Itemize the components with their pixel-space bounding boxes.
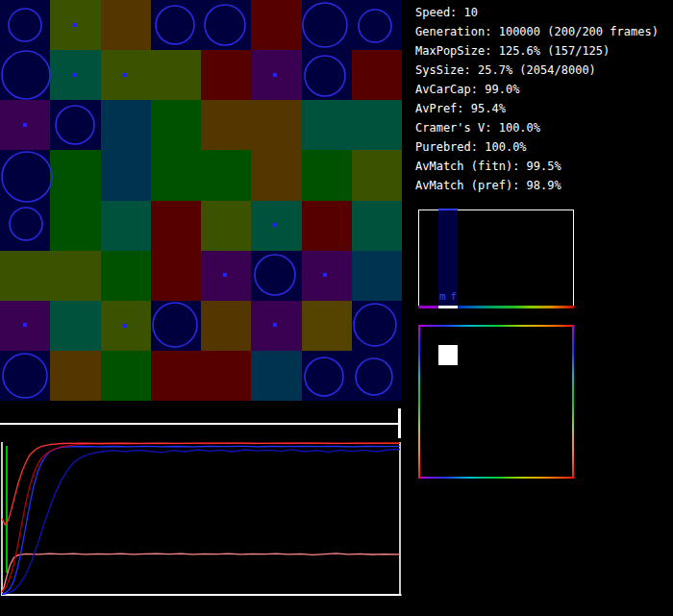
grid-cell[interactable] xyxy=(50,351,102,401)
grid-cell[interactable] xyxy=(302,0,353,51)
grid-cell[interactable] xyxy=(251,150,303,202)
organism-dot[interactable] xyxy=(223,273,227,277)
male-label: m xyxy=(439,291,446,302)
grid-cell[interactable] xyxy=(352,201,402,252)
organism-dot[interactable] xyxy=(323,273,327,277)
grid-cell[interactable] xyxy=(302,201,353,252)
grid-cell[interactable] xyxy=(101,351,152,401)
grid-cell[interactable] xyxy=(151,351,202,401)
series-av-pref-bright xyxy=(2,446,400,594)
grid-cell[interactable] xyxy=(352,100,402,151)
organism-dot[interactable] xyxy=(273,323,277,327)
grid-cell[interactable] xyxy=(151,301,202,352)
stat-line: Cramer's V: 100.0% xyxy=(415,118,659,137)
grid-cell[interactable] xyxy=(201,0,252,51)
grid-cell[interactable] xyxy=(151,100,202,151)
grid-cell[interactable] xyxy=(251,100,303,151)
grid-cell[interactable] xyxy=(101,0,152,51)
grid-cell[interactable] xyxy=(50,201,102,252)
simulation-window: Speed: 10Generation: 100000 (200/200 fra… xyxy=(0,0,673,616)
grid-cell[interactable] xyxy=(151,201,202,252)
organism-dot[interactable] xyxy=(123,324,127,328)
grid-cell[interactable] xyxy=(101,201,152,252)
grid-cell[interactable] xyxy=(0,251,51,302)
grid-cell[interactable] xyxy=(251,351,303,401)
grid-cell[interactable] xyxy=(201,201,252,252)
female-label: f xyxy=(450,291,457,302)
grid-cell[interactable] xyxy=(201,50,252,101)
grid-cell[interactable] xyxy=(0,351,51,401)
series-av-match-dark xyxy=(2,443,400,592)
organism-dot[interactable] xyxy=(123,73,127,77)
grid-cell[interactable] xyxy=(201,301,252,352)
stat-line: AvCarCap: 99.0% xyxy=(415,80,659,99)
hue-axis-strip xyxy=(418,306,574,308)
grid-cell[interactable] xyxy=(50,301,102,352)
frame-slider-track[interactable] xyxy=(0,423,400,425)
grid-cell[interactable] xyxy=(151,251,202,302)
grid-cell[interactable] xyxy=(352,301,402,352)
grid-cell[interactable] xyxy=(101,150,152,202)
grid-cell[interactable] xyxy=(251,0,303,51)
sex-histogram-box: m f xyxy=(418,209,574,306)
grid-cell[interactable] xyxy=(201,150,252,202)
organism-dot[interactable] xyxy=(23,123,27,127)
organism-dot[interactable] xyxy=(23,323,27,327)
trait-border-left xyxy=(418,325,420,479)
stat-line: MaxPopSize: 125.6% (157/125) xyxy=(415,41,659,61)
world-grid[interactable] xyxy=(0,0,402,401)
trait-space-box xyxy=(418,325,574,479)
organism-dot[interactable] xyxy=(73,73,77,77)
stat-line: Purebred: 100.0% xyxy=(415,137,659,157)
histogram-category-labels: m f xyxy=(439,291,457,302)
stat-line: AvMatch (pref): 98.9% xyxy=(415,176,659,195)
grid-cell[interactable] xyxy=(101,251,152,302)
stat-line: Generation: 100000 (200/200 frames) xyxy=(415,22,659,41)
grid-cell[interactable] xyxy=(352,50,402,101)
series-av-match-bright xyxy=(2,443,400,525)
grid-cell[interactable] xyxy=(201,100,252,151)
grid-cell[interactable] xyxy=(201,351,252,401)
organism-dot[interactable] xyxy=(273,223,277,227)
grid-cell[interactable] xyxy=(302,150,353,202)
grid-cell[interactable] xyxy=(352,251,402,302)
grid-cell[interactable] xyxy=(302,251,353,302)
organism-dot[interactable] xyxy=(73,23,77,27)
frame-slider-handle[interactable] xyxy=(398,408,401,438)
trait-border-right xyxy=(572,325,574,479)
trait-border-top xyxy=(418,325,574,327)
grid-cell[interactable] xyxy=(0,0,51,51)
grid-cell[interactable] xyxy=(352,150,402,202)
trait-square xyxy=(438,345,458,365)
grid-cell[interactable] xyxy=(302,301,353,352)
stat-line: Speed: 10 xyxy=(415,3,659,22)
grid-cell[interactable] xyxy=(50,251,102,302)
organism-dot[interactable] xyxy=(273,73,277,77)
grid-cell[interactable] xyxy=(50,150,102,202)
trait-border-bottom xyxy=(418,477,574,479)
history-chart xyxy=(0,435,402,616)
stat-line: SysSize: 25.7% (2054/8000) xyxy=(415,61,659,80)
series-sys-size xyxy=(2,554,400,594)
stat-line: AvMatch (fitn): 99.5% xyxy=(415,157,659,176)
grid-cell[interactable] xyxy=(302,100,353,151)
stats-panel: Speed: 10Generation: 100000 (200/200 fra… xyxy=(415,3,659,195)
series-av-pref-dark xyxy=(2,450,400,595)
grid-cell[interactable] xyxy=(101,100,152,151)
stat-line: AvPref: 95.4% xyxy=(415,99,659,118)
grid-cell[interactable] xyxy=(151,150,202,202)
grid-cell[interactable] xyxy=(151,50,202,101)
